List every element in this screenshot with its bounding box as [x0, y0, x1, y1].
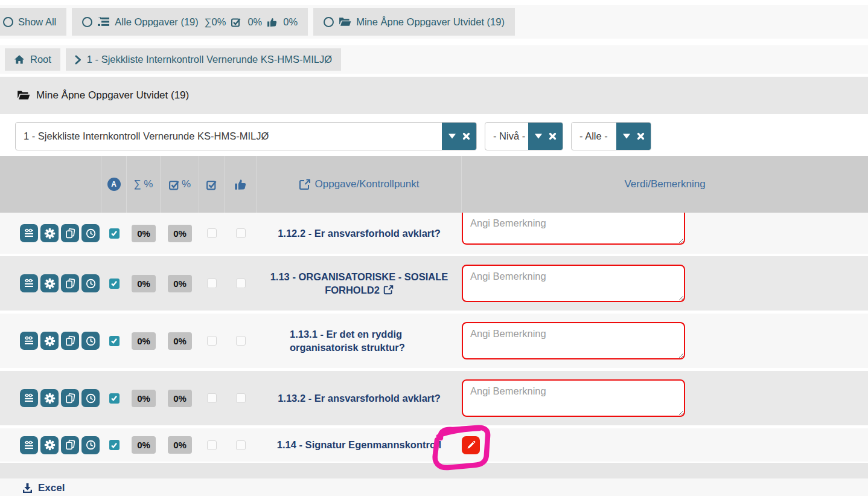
tab-label: Mine Åpne Oppgaver Utvidet (19) [356, 16, 505, 28]
approve-checkbox[interactable] [236, 279, 246, 288]
copy-icon [65, 278, 76, 289]
row-active-checkbox[interactable] [109, 336, 120, 346]
tab-alle-oppgaver[interactable]: Alle Oppgaver (19) ∑0% 0% 0% [72, 8, 308, 36]
dotted-slider-lines-icon [24, 440, 34, 451]
select-addon [442, 122, 477, 150]
select-addon [528, 122, 563, 150]
radio-icon[interactable] [324, 17, 334, 27]
select-addon [616, 122, 651, 150]
row-details-button[interactable] [20, 436, 38, 454]
approve-checkbox[interactable] [236, 393, 246, 403]
checklist-select-value: 1 - Sjekkliste Internkontroll Vernerunde… [16, 123, 442, 150]
task-title[interactable]: 1.13.1 - Er det en ryddig organisatorisk… [257, 314, 462, 368]
chevron-right-icon [75, 55, 81, 65]
task-title[interactable]: 1.14 - Signatur Egenmannskontroll [257, 428, 462, 462]
row-active-checkbox[interactable] [109, 228, 120, 239]
done-checkbox[interactable] [207, 393, 217, 403]
table-footer-strip [0, 463, 868, 478]
remark-textarea[interactable] [462, 213, 685, 245]
caret-down-icon[interactable] [623, 134, 630, 139]
breadcrumb-label: Root [30, 54, 51, 65]
row-active-checkbox[interactable] [109, 440, 120, 450]
done-checkbox[interactable] [207, 279, 217, 288]
radio-icon[interactable] [82, 17, 92, 27]
approve-checkbox[interactable] [236, 228, 246, 238]
history-button[interactable] [81, 436, 100, 454]
history-button[interactable] [81, 274, 100, 292]
approve-checkbox[interactable] [236, 440, 246, 450]
radio-icon[interactable] [3, 17, 13, 27]
task-title[interactable]: 1.13.2 - Er ansvarsforhold avklart? [257, 371, 462, 425]
remark-textarea[interactable] [462, 322, 685, 359]
excel-export-link[interactable]: Excel [22, 482, 65, 494]
done-checkbox[interactable] [207, 228, 217, 238]
copy-button[interactable] [61, 332, 79, 350]
history-button[interactable] [81, 224, 100, 242]
approve-checkbox[interactable] [236, 336, 246, 346]
folder-open-icon [17, 90, 30, 101]
settings-button[interactable] [40, 224, 59, 242]
gear-icon [44, 278, 56, 289]
sum-percent-badge: 0% [132, 225, 156, 242]
section-panel: Mine Åpne Oppgaver Utvidet (19) [0, 77, 868, 114]
remark-textarea[interactable] [462, 379, 685, 417]
external-link-icon[interactable] [383, 285, 394, 295]
gear-icon [44, 228, 56, 239]
check-column-header [199, 156, 225, 213]
done-checkbox[interactable] [207, 336, 217, 346]
checkbox-check-icon [231, 16, 241, 27]
niva-select[interactable]: - Nivå - [485, 122, 563, 150]
settings-button[interactable] [40, 332, 59, 350]
alle-select[interactable]: - Alle - [571, 122, 651, 150]
table-header: A ∑ % % Oppgave/Kontrollpunkt Verdi/Beme… [0, 156, 868, 213]
pencil-icon [466, 440, 476, 450]
check-icon [110, 280, 118, 287]
excel-label: Excel [38, 482, 65, 494]
row-details-button[interactable] [20, 274, 38, 292]
breadcrumb-label: 1 - Sjekkliste Internkontroll Vernerunde… [87, 54, 332, 65]
tab-label: Show All [18, 16, 56, 28]
sum-percent-badge: 0% [132, 436, 156, 454]
row-active-checkbox[interactable] [109, 393, 120, 404]
task-title[interactable]: 1.12.2 - Er ansvarsforhold avklart? [257, 213, 462, 254]
done-checkbox[interactable] [207, 440, 217, 450]
tab-label: Alle Oppgaver (19) [115, 16, 199, 28]
sigma-stat: ∑0% [205, 16, 226, 28]
copy-button[interactable] [61, 436, 79, 454]
copy-button[interactable] [61, 224, 79, 242]
remark-textarea[interactable] [462, 265, 685, 302]
history-button[interactable] [81, 389, 100, 407]
tab-mine-apne-oppgaver[interactable]: Mine Åpne Oppgaver Utvidet (19) [313, 8, 515, 36]
caret-down-icon[interactable] [535, 134, 542, 139]
row-active-checkbox[interactable] [109, 279, 120, 289]
gear-icon [44, 393, 56, 404]
row-details-button[interactable] [20, 224, 38, 242]
copy-button[interactable] [61, 389, 79, 407]
sum-percent-badge: 0% [132, 332, 156, 350]
row-details-button[interactable] [20, 332, 38, 350]
task-title[interactable]: 1.13 - ORGANISATORISKE - SOSIALE FORHOLD… [257, 256, 462, 311]
sort-column-header: A [101, 156, 127, 213]
clear-icon[interactable] [462, 132, 470, 140]
breadcrumb-root[interactable]: Root [5, 48, 60, 71]
signature-edit-button[interactable] [462, 436, 480, 454]
settings-button[interactable] [40, 436, 59, 454]
history-button[interactable] [81, 332, 100, 350]
actions-column-header [0, 156, 101, 213]
clear-icon[interactable] [549, 132, 557, 140]
thumb-stat: 0% [283, 16, 298, 28]
breadcrumb-current[interactable]: 1 - Sjekkliste Internkontroll Vernerunde… [66, 48, 341, 71]
copy-icon [65, 393, 76, 404]
external-link-icon[interactable] [299, 178, 311, 190]
caret-down-icon[interactable] [448, 134, 456, 139]
settings-button[interactable] [40, 274, 59, 292]
settings-button[interactable] [40, 389, 59, 407]
clear-icon[interactable] [637, 132, 645, 140]
row-details-button[interactable] [20, 389, 38, 407]
check-percent-badge: 0% [168, 436, 192, 454]
alle-select-value: - Alle - [572, 123, 616, 150]
checklist-select[interactable]: 1 - Sjekkliste Internkontroll Vernerunde… [15, 122, 477, 150]
download-icon [22, 483, 33, 494]
copy-button[interactable] [61, 274, 79, 292]
tab-show-all[interactable]: Show All [0, 8, 66, 36]
